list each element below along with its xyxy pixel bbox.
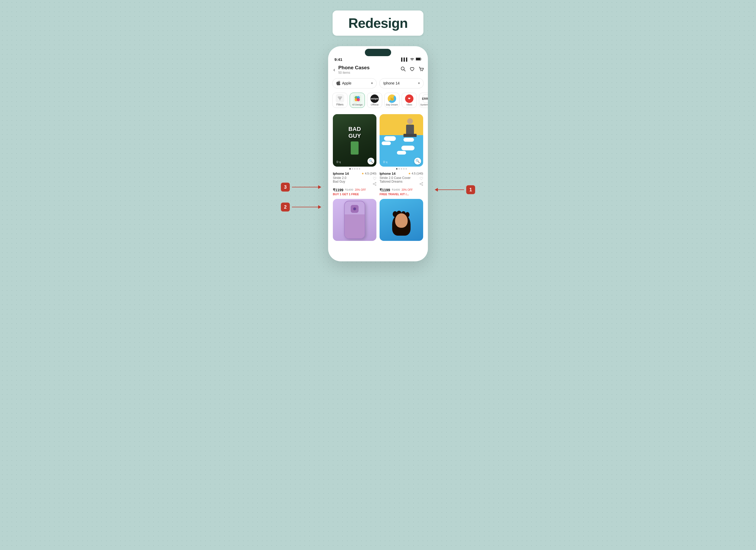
chip-system-error[interactable]: ERROR System Error bbox=[419, 93, 428, 108]
wishlist-button-2[interactable]: ♡ bbox=[419, 176, 423, 181]
rating-value-2: 4.5 bbox=[412, 172, 416, 175]
annotation-3: 3 bbox=[281, 183, 321, 192]
product-card-3 bbox=[331, 197, 378, 243]
rating-count-2: (140) bbox=[416, 172, 423, 175]
product-name-row-2: Stride 2.0 Case Cover Tailored Dreams ♡ bbox=[380, 176, 423, 187]
annotation-arrow-3 bbox=[292, 185, 321, 189]
dropdowns-row: Apple ▾ Iphone 14 ▾ bbox=[328, 77, 428, 90]
dot-1-3 bbox=[354, 168, 355, 170]
header-title: Phone Cases bbox=[338, 65, 398, 71]
product-card-4 bbox=[378, 197, 425, 243]
price-discount-2: 20% OFF bbox=[402, 189, 413, 191]
annotation-arrow-2 bbox=[292, 205, 321, 209]
dots-row-2 bbox=[380, 167, 423, 171]
svg-point-12 bbox=[357, 98, 360, 101]
offer-tag-2: FREE TRAVEL KIT /... bbox=[380, 193, 423, 196]
svg-line-17 bbox=[374, 184, 375, 185]
svg-point-18 bbox=[422, 182, 423, 183]
cart-icon[interactable] bbox=[418, 66, 424, 73]
annotation-badge-2: 2 bbox=[281, 203, 290, 212]
chip-filters[interactable]: Filters bbox=[332, 93, 348, 108]
share-button-2[interactable] bbox=[419, 182, 423, 187]
svg-point-5 bbox=[422, 71, 423, 71]
svg-point-14 bbox=[373, 184, 374, 185]
svg-point-19 bbox=[420, 184, 421, 185]
product-image-3[interactable] bbox=[333, 199, 376, 241]
dot-1-4 bbox=[356, 168, 358, 170]
signal-icon: ▌▌▌ bbox=[401, 58, 408, 61]
product-device-1: Iphone 14 bbox=[333, 172, 349, 176]
product-image-4[interactable] bbox=[380, 199, 423, 241]
zoom-button-2[interactable]: 🔍 bbox=[414, 158, 421, 165]
status-bar: 9:41 ▌▌▌ bbox=[328, 56, 428, 63]
status-icons: ▌▌▌ bbox=[401, 58, 422, 61]
rating-value-1: 4.5 bbox=[365, 172, 369, 175]
filter-chips-row: Filters All Design unique Offbeat 😊 bbox=[328, 90, 428, 111]
product-image-1[interactable]: BAD GUY Dʞ 🔍 bbox=[333, 114, 376, 167]
chip-filters-label: Filters bbox=[336, 103, 343, 106]
svg-point-15 bbox=[375, 185, 376, 186]
page-title-container: Redesign bbox=[333, 11, 423, 36]
chip-vibes-label: Vibes bbox=[406, 103, 412, 106]
status-time: 9:41 bbox=[334, 57, 342, 62]
product-name-block-2: Stride 2.0 Case Cover Tailored Dreams bbox=[380, 176, 419, 184]
product-top-row-1: Iphone 14 ★ 4.5 (240) bbox=[333, 172, 376, 176]
price-current-2: ₹1199 bbox=[380, 188, 390, 192]
zoom-button-1[interactable]: 🔍 bbox=[367, 158, 374, 165]
svg-point-2 bbox=[401, 67, 404, 70]
model-dropdown[interactable]: Iphone 14 ▾ bbox=[379, 78, 424, 88]
dot-2-2 bbox=[398, 168, 400, 170]
product-info-1: Iphone 14 ★ 4.5 (240) Stride 2.0 Bad Guy bbox=[333, 171, 376, 196]
brand-dropdown[interactable]: Apple ▾ bbox=[332, 78, 377, 88]
model-chevron-icon: ▾ bbox=[418, 81, 420, 85]
chip-day-dream-label: Day Dream bbox=[386, 103, 398, 106]
annotation-badge-3: 3 bbox=[281, 183, 290, 192]
product-image-2[interactable]: Dʞ 🔍 bbox=[380, 114, 423, 167]
products-grid: BAD GUY Dʞ 🔍 bbox=[328, 111, 428, 245]
product-price-row-1: ₹1199 ₹1499 20% OFF bbox=[333, 188, 376, 192]
product-price-row-2: ₹1199 ₹1499 20% OFF bbox=[380, 188, 423, 192]
brand-chevron-icon: ▾ bbox=[371, 81, 373, 85]
product-line1-2: Stride 2.0 Case Cover bbox=[380, 176, 419, 180]
dynamic-island bbox=[365, 49, 391, 56]
wishlist-icon[interactable] bbox=[409, 66, 415, 73]
svg-line-16 bbox=[374, 183, 375, 184]
price-discount-1: 20% OFF bbox=[355, 189, 366, 191]
chip-offbeat-label: Offbeat bbox=[371, 103, 378, 106]
rating-count-1: (240) bbox=[370, 172, 376, 175]
battery-icon bbox=[416, 58, 422, 61]
dot-1-1 bbox=[349, 168, 351, 170]
dot-1-2 bbox=[352, 168, 353, 170]
chip-all-design-label: All Design bbox=[352, 103, 363, 106]
share-button-1[interactable] bbox=[373, 182, 376, 187]
svg-point-20 bbox=[422, 185, 423, 186]
product-card-1: BAD GUY Dʞ 🔍 bbox=[331, 113, 378, 197]
chip-vibes[interactable]: ❤ Vibes bbox=[402, 93, 417, 108]
product-actions-1: ♡ bbox=[373, 176, 376, 187]
dot-2-5 bbox=[406, 168, 407, 170]
chip-day-dream[interactable]: 😊 Day Dream bbox=[384, 93, 400, 108]
back-button[interactable]: ‹ bbox=[332, 66, 336, 74]
chip-offbeat[interactable]: unique Offbeat bbox=[367, 93, 382, 108]
product-name-row-1: Stride 2.0 Bad Guy ♡ bbox=[333, 176, 376, 187]
outer-container: 3 2 1 9:41 ▌▌▌ bbox=[328, 46, 428, 262]
apple-logo-icon bbox=[336, 81, 340, 86]
phone-frame: 9:41 ▌▌▌ ‹ Phone Cases 50 items bbox=[328, 46, 428, 262]
chip-system-error-label: System Error bbox=[420, 103, 428, 106]
product-line2-2: Tailored Dreams bbox=[380, 180, 419, 184]
product-line2-1: Bad Guy bbox=[333, 180, 373, 184]
svg-line-21 bbox=[421, 183, 422, 184]
svg-point-4 bbox=[421, 71, 421, 71]
svg-point-13 bbox=[375, 182, 376, 183]
header: ‹ Phone Cases 50 items bbox=[328, 63, 428, 77]
svg-line-22 bbox=[421, 184, 422, 185]
annotation-2: 2 bbox=[281, 203, 321, 212]
star-icon-2: ★ bbox=[408, 172, 411, 175]
wifi-icon bbox=[410, 58, 414, 61]
page-title: Redesign bbox=[348, 15, 408, 31]
wishlist-button-1[interactable]: ♡ bbox=[373, 176, 376, 181]
product-device-2: Iphone 14 bbox=[380, 172, 396, 176]
search-icon[interactable] bbox=[401, 66, 406, 73]
chip-all-design[interactable]: All Design bbox=[350, 93, 365, 108]
svg-line-3 bbox=[404, 70, 405, 71]
